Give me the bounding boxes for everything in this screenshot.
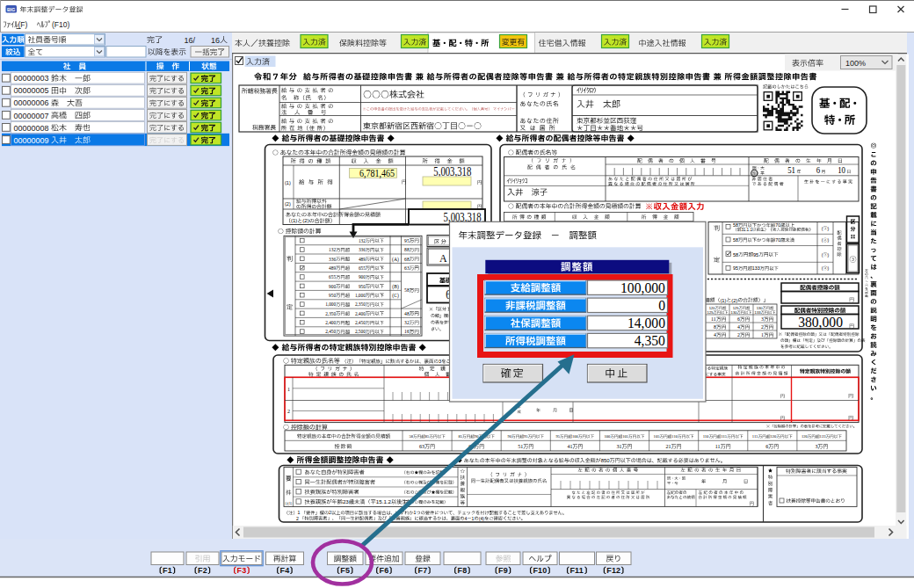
svg-text:6: 6: [765, 444, 768, 449]
svg-text:0: 0: [658, 297, 665, 312]
svg-text:51: 51: [787, 165, 795, 176]
svg-text:(C): (C): [392, 293, 399, 299]
svg-text:F10: F10: [533, 566, 547, 575]
svg-text:F2: F2: [198, 566, 207, 575]
svg-text:2: 2: [737, 332, 740, 338]
svg-text:900: 900: [359, 274, 366, 279]
svg-text:F11: F11: [569, 566, 584, 575]
svg-text:88: 88: [404, 247, 410, 252]
svg-text:F7: F7: [418, 566, 428, 575]
svg-text:115: 115: [752, 434, 758, 439]
svg-text:95: 95: [753, 252, 758, 258]
svg-text:00000008: 00000008: [14, 124, 49, 133]
svg-text:16: 16: [404, 329, 410, 334]
svg-text:58: 58: [733, 222, 738, 228]
svg-text:F9: F9: [498, 566, 508, 575]
svg-text:(1): (1): [291, 218, 297, 223]
svg-text:63: 63: [404, 265, 410, 271]
svg-text:63: 63: [419, 444, 424, 449]
svg-text:1,000: 1,000: [355, 293, 366, 298]
svg-text:(2): (2): [302, 218, 308, 223]
svg-text:58: 58: [409, 434, 413, 439]
svg-text:120: 120: [802, 434, 809, 439]
svg-text:336: 336: [359, 247, 366, 252]
svg-text:F4: F4: [280, 566, 290, 575]
svg-text:100: 100: [605, 434, 612, 439]
svg-text:2: 2: [329, 510, 331, 515]
svg-text:58: 58: [404, 287, 410, 293]
svg-text:85: 85: [459, 434, 463, 439]
svg-text:3: 3: [761, 316, 764, 322]
svg-text:900: 900: [329, 284, 336, 289]
svg-text:4,350: 4,350: [635, 333, 665, 348]
svg-text:F8: F8: [458, 566, 468, 575]
svg-text:(A): (A): [392, 257, 399, 263]
svg-text:105: 105: [654, 434, 661, 439]
svg-text:(B): (B): [392, 284, 399, 290]
svg-text:2,450: 2,450: [325, 329, 336, 334]
svg-text:4: 4: [465, 516, 468, 521]
svg-text:16/: 16/: [185, 36, 196, 45]
svg-text:123: 123: [820, 434, 827, 439]
svg-text:(F10): (F10): [52, 20, 69, 29]
svg-text:48: 48: [404, 311, 410, 316]
svg-text:110: 110: [671, 434, 678, 439]
svg-text:110: 110: [703, 434, 709, 439]
svg-text:655: 655: [329, 274, 336, 279]
svg-text:(1): (1): [720, 298, 726, 303]
svg-text:F5: F5: [340, 566, 350, 575]
svg-text:1): 1): [289, 502, 292, 505]
svg-text:00000006: 00000006: [14, 98, 49, 107]
svg-text:380,000: 380,000: [798, 313, 843, 330]
svg-text:58: 58: [733, 252, 738, 258]
svg-text:85: 85: [425, 434, 430, 439]
svg-text:(1): (1): [285, 180, 291, 185]
svg-text:336: 336: [329, 257, 336, 262]
svg-text:655: 655: [359, 265, 366, 271]
svg-text:950: 950: [359, 284, 366, 289]
svg-text:2,400: 2,400: [355, 311, 366, 316]
svg-text:2: 2: [287, 409, 290, 414]
svg-text:32: 32: [404, 320, 410, 325]
svg-text:BIG: BIG: [7, 7, 15, 12]
svg-text:2,450: 2,450: [355, 320, 366, 325]
svg-text:F6: F6: [380, 566, 389, 575]
svg-text:115: 115: [721, 434, 727, 439]
svg-text:1: 1: [472, 516, 475, 521]
svg-text:95: 95: [556, 434, 561, 439]
svg-text:41: 41: [567, 444, 572, 449]
svg-text:130: 130: [731, 310, 738, 315]
svg-text:100%: 100%: [845, 59, 866, 68]
svg-text:(2): (2): [731, 298, 737, 303]
svg-text:95: 95: [404, 238, 410, 243]
svg-text:2,350: 2,350: [355, 301, 366, 307]
svg-text:31.1.1: 31.1.1: [741, 228, 752, 232]
svg-text:1: 1: [298, 510, 301, 515]
svg-text:1,000: 1,000: [325, 301, 336, 307]
svg-text:2: 2: [761, 324, 764, 330]
svg-text:1: 1: [414, 510, 417, 515]
svg-text:2,400: 2,400: [325, 320, 336, 325]
svg-text:(F): (F): [18, 20, 28, 29]
svg-text:F12: F12: [606, 566, 620, 575]
svg-text:00000005: 00000005: [14, 86, 49, 95]
svg-text:100,000: 100,000: [620, 279, 665, 294]
svg-text:68: 68: [404, 257, 410, 262]
svg-text:51: 51: [518, 444, 523, 449]
svg-text:70: 70: [775, 237, 780, 243]
svg-text:(4): (4): [479, 516, 485, 521]
svg-text:90: 90: [508, 434, 512, 439]
svg-text:950: 950: [329, 293, 336, 298]
svg-text:4: 4: [714, 332, 716, 338]
svg-text:489: 489: [359, 257, 366, 262]
svg-text:14,000: 14,000: [627, 316, 665, 330]
svg-text:1: 1: [287, 387, 290, 392]
svg-text:10: 10: [838, 165, 845, 176]
svg-text:489: 489: [329, 265, 336, 271]
svg-text:00000003: 00000003: [14, 74, 49, 83]
svg-text:(2): (2): [285, 201, 291, 207]
svg-text:8: 8: [714, 324, 716, 330]
svg-text:850: 850: [601, 458, 611, 463]
svg-text:A: A: [439, 252, 447, 265]
svg-text:15.1.2: 15.1.2: [376, 498, 392, 505]
